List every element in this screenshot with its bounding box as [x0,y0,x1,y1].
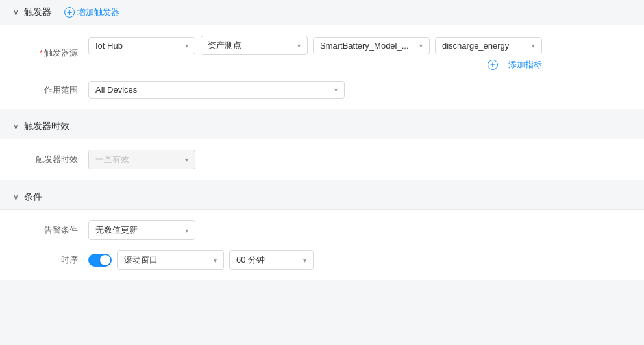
trigger-source-label: *触发器源 [26,47,78,59]
smart-battery-value: SmartBattery_Model_... [320,41,409,51]
toggle-track [88,254,112,267]
effect-section-body: 触发器时效 一直有效 ▾ [0,139,644,180]
effect-section-header: ∨ 触发器时效 [0,114,644,139]
trigger-source-value: Iot Hub [95,41,123,51]
sequence-controls: 滚动窗口 ▾ 60 分钟 ▾ [88,250,314,270]
add-trigger-link[interactable]: + 增加触发器 [64,6,119,18]
sliding-window-select[interactable]: 滚动窗口 ▾ [117,250,224,270]
validity-value: 一直有效 [95,154,129,165]
validity-chevron-icon: ▾ [185,156,188,163]
time-chevron-icon: ▾ [303,257,306,264]
asset-measure-value: 资产测点 [208,40,242,51]
required-star: * [40,48,43,58]
validity-row: 触发器时效 一直有效 ▾ [26,150,618,169]
discharge-select[interactable]: discharge_energy ▾ [435,37,542,54]
smart-battery-chevron-icon: ▾ [419,42,423,49]
page-container: ∨ 触发器 + 增加触发器 *触发器源 Iot Hub ▾ [0,0,644,345]
validity-select[interactable]: 一直有效 ▾ [88,150,195,169]
time-select[interactable]: 60 分钟 ▾ [229,250,314,270]
effect-section: ∨ 触发器时效 触发器时效 一直有效 ▾ [0,114,644,180]
scope-value: All Devices [95,85,137,95]
alert-condition-select[interactable]: 无数值更新 ▾ [88,220,195,240]
effect-section-title: 触发器时效 [24,121,69,132]
condition-section-header: ∨ 条件 [0,185,644,210]
add-indicator-row: + 添加指标 [88,59,542,71]
discharge-chevron-icon: ▾ [532,42,535,49]
condition-collapse-icon[interactable]: ∨ [13,193,19,202]
trigger-source-select[interactable]: Iot Hub ▾ [88,37,195,54]
sequence-row: 时序 滚动窗口 ▾ 60 分钟 ▾ [26,250,618,270]
condition-section-body: 告警条件 无数值更新 ▾ 时序 滚动窗口 [0,210,644,280]
add-trigger-label: 增加触发器 [77,6,119,18]
alert-condition-chevron-icon: ▾ [185,227,188,234]
alert-condition-row: 告警条件 无数值更新 ▾ [26,220,618,240]
trigger-section: ∨ 触发器 + 增加触发器 *触发器源 Iot Hub ▾ [0,0,644,109]
trigger-selects-row: Iot Hub ▾ 资产测点 ▾ SmartBattery_Model_... … [88,36,542,55]
trigger-source-chevron-icon: ▾ [185,42,188,49]
asset-measure-select[interactable]: 资产测点 ▾ [201,36,308,55]
trigger-section-header: ∨ 触发器 + 增加触发器 [0,0,644,25]
time-value: 60 分钟 [236,254,265,266]
discharge-value: discharge_energy [442,41,509,51]
smart-battery-select[interactable]: SmartBattery_Model_... ▾ [313,37,430,54]
trigger-source-row: *触发器源 Iot Hub ▾ 资产测点 ▾ SmartBattery_ [26,36,618,71]
sliding-window-chevron-icon: ▾ [214,257,217,264]
scope-select[interactable]: All Devices ▾ [88,81,345,99]
condition-section-title: 条件 [24,191,42,203]
alert-label: 告警条件 [26,224,78,236]
trigger-collapse-icon[interactable]: ∨ [13,8,19,17]
sequence-toggle[interactable] [88,254,112,267]
scope-row: 作用范围 All Devices ▾ [26,81,618,99]
add-indicator-link[interactable]: 添加指标 [508,59,542,71]
trigger-section-title: 触发器 [24,6,51,18]
sliding-window-value: 滚动窗口 [124,254,158,266]
add-trigger-plus-icon: + [64,7,75,18]
condition-section: ∨ 条件 告警条件 无数值更新 ▾ 时序 [0,185,644,280]
alert-condition-value: 无数值更新 [95,224,138,236]
scope-label: 作用范围 [26,84,78,96]
validity-label: 触发器时效 [26,154,78,165]
sequence-label: 时序 [26,254,78,266]
trigger-controls-group: Iot Hub ▾ 资产测点 ▾ SmartBattery_Model_... … [88,36,542,71]
trigger-section-body: *触发器源 Iot Hub ▾ 资产测点 ▾ SmartBattery_ [0,25,644,109]
add-indicator-plus-icon: + [488,60,498,70]
toggle-thumb [100,255,110,265]
add-indicator-label: 添加指标 [508,59,542,71]
effect-collapse-icon[interactable]: ∨ [13,122,19,131]
scope-chevron-icon: ▾ [334,86,338,93]
asset-measure-chevron-icon: ▾ [297,42,301,49]
